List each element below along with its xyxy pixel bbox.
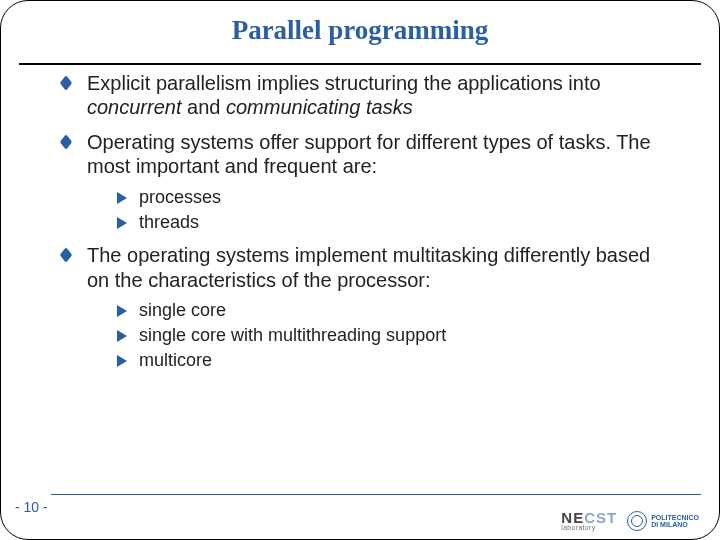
slide-title: Parallel programming [1,15,719,46]
polimi-seal-icon [627,511,647,531]
sub-bullet-item: threads [117,212,675,234]
sub-bullet-list: processesthreads [117,187,675,234]
sub-bullet-item: single core with multithreading support [117,325,675,347]
bullet-list: Explicit parallelism implies structuring… [61,71,675,372]
sub-bullet-item: multicore [117,350,675,372]
bullet-item: Operating systems offer support for diff… [61,130,675,234]
footer-logos: NECST laboratory POLITECNICO DI MILANO [561,510,699,531]
bullet-item: The operating systems implement multitas… [61,243,675,372]
title-underline [19,63,701,65]
polimi-line1: POLITECNICO [651,514,699,521]
polimi-line2: DI MILANO [651,521,699,528]
bullet-text: Explicit parallelism implies structuring… [87,72,601,118]
slide-body: Explicit parallelism implies structuring… [61,71,675,382]
page-number: - 10 - [15,499,48,515]
bullet-text: The operating systems implement multitas… [87,244,650,290]
slide: Parallel programming Explicit parallelis… [0,0,720,540]
sub-bullet-item: single core [117,300,675,322]
necst-logo: NECST laboratory [561,510,617,531]
footer-rule [51,494,701,495]
necst-subtext: laboratory [561,524,595,531]
polimi-logo: POLITECNICO DI MILANO [627,511,699,531]
sub-bullet-list: single coresingle core with multithreadi… [117,300,675,372]
polimi-text: POLITECNICO DI MILANO [651,514,699,528]
bullet-text: Operating systems offer support for diff… [87,131,651,177]
sub-bullet-item: processes [117,187,675,209]
bullet-item: Explicit parallelism implies structuring… [61,71,675,120]
necst-wordmark: NECST [561,510,617,525]
